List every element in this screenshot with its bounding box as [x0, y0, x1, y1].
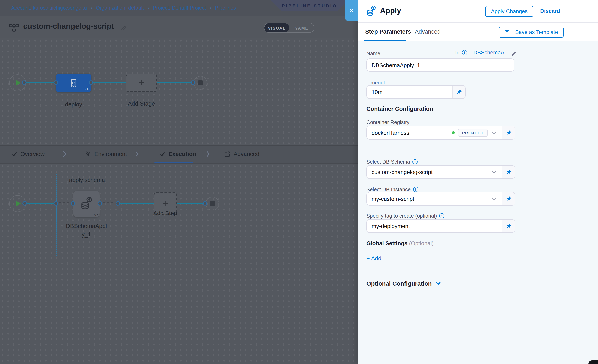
selected-tab-underline [364, 39, 407, 41]
breadcrumb-account[interactable]: Account: kurosakiichigo.songoku [11, 5, 87, 11]
breadcrumb: Account: kurosakiichigo.songoku › Organi… [11, 5, 236, 11]
pipeline-graph-icon [9, 22, 19, 33]
tag-label: Specify tag to create (optional) i [366, 213, 445, 219]
info-icon[interactable]: i [462, 50, 467, 55]
play-icon [16, 80, 21, 86]
timeout-label: Timeout [366, 80, 385, 86]
check-icon [160, 152, 165, 156]
id-separator: : [470, 50, 471, 56]
chevron-right-icon [206, 151, 210, 159]
db-schema-select[interactable]: custom-changelog-script [366, 165, 515, 179]
toggle-visual[interactable]: VISUAL [264, 23, 289, 33]
connector-line [177, 203, 203, 204]
step-node-dbschemaapply[interactable]: </> [73, 191, 100, 217]
tab-advanced[interactable]: Advanced [224, 151, 259, 157]
chevron-right-icon [63, 151, 66, 159]
optional-configuration-toggle[interactable]: Optional Configuration [366, 280, 441, 287]
collapse-group-icon[interactable]: − [62, 176, 65, 183]
pin-icon [506, 196, 511, 202]
step-id-row: Id i : DBSchemaA... [455, 50, 517, 56]
pipeline-canvas-region: Account: kurosakiichigo.songoku › Organi… [0, 0, 358, 364]
add-stage-label: Add Stage [120, 100, 163, 107]
connector-line [25, 82, 56, 83]
global-settings-label: Global Settings (Optional) [366, 240, 434, 246]
pin-input-type-button[interactable] [502, 192, 515, 205]
timeout-field[interactable]: 10m [366, 85, 465, 99]
edit-id-icon[interactable] [511, 50, 517, 55]
tab-overview[interactable]: Overview [12, 151, 45, 157]
save-as-template-button[interactable]: Save as Template [499, 27, 564, 38]
pipeline-studio-screen: Account: kurosakiichigo.songoku › Organi… [0, 0, 598, 364]
chevron-right-icon: › [210, 5, 211, 11]
stop-icon [210, 201, 215, 206]
pipeline-title-bar: custom-changelog-script VISUAL YAML [0, 16, 358, 38]
timeout-value: 10m [372, 89, 448, 95]
play-icon [16, 201, 21, 207]
apply-changes-button[interactable]: Apply Changes [485, 6, 533, 17]
add-global-setting-button[interactable]: + Add [366, 255, 382, 262]
db-apply-icon [365, 5, 377, 19]
panel-header: Apply Apply Changes Discard [358, 0, 598, 23]
execution-graph-canvas[interactable] [0, 163, 358, 364]
stop-icon [198, 80, 203, 85]
chevron-down-icon [492, 197, 496, 200]
edit-pipeline-name-icon[interactable] [121, 25, 127, 32]
panel-tabs-bar: Step Parameters Advanced Save as Templat… [358, 23, 598, 41]
connector-dot [22, 80, 26, 85]
close-panel-button[interactable]: ✕ [345, 0, 358, 21]
breadcrumb-project[interactable]: Project: Default Project [153, 5, 206, 11]
step-label: DBSchemaAppl y_1 [60, 222, 112, 239]
custom-stage-icon [69, 78, 79, 88]
info-icon[interactable]: i [413, 187, 418, 192]
pipeline-title: custom-changelog-script [23, 22, 114, 31]
db-instance-select[interactable]: my-custom-script [366, 192, 515, 206]
connector-dashed-line [59, 202, 71, 203]
stage-tabs-bar: Overview Environment Execution [0, 145, 358, 163]
pin-input-type-button[interactable] [452, 86, 465, 98]
info-icon[interactable]: i [440, 213, 445, 218]
pipeline-end-node [194, 76, 207, 90]
chevron-right-icon: › [147, 5, 149, 11]
add-stage-button[interactable]: + [126, 74, 157, 92]
pin-input-type-button[interactable] [502, 165, 515, 178]
pin-icon [506, 169, 511, 175]
section-divider [366, 152, 577, 152]
scope-tag-project: PROJECT [458, 129, 488, 137]
connector-status-dot [452, 131, 455, 134]
connector-dot [98, 201, 102, 206]
container-configuration-heading: Container Configuration [366, 106, 433, 112]
tag-value: my-deployment [372, 223, 497, 229]
discard-button[interactable]: Discard [540, 8, 560, 14]
visual-yaml-toggle: VISUAL YAML [264, 23, 314, 33]
connector-dot [203, 201, 207, 206]
pipeline-studio-badge: PIPELINE STUDIO [270, 0, 349, 11]
code-badge: </> [94, 213, 98, 216]
breadcrumb-organization[interactable]: Organization: default [96, 5, 144, 11]
toggle-yaml[interactable]: YAML [289, 23, 314, 33]
name-input[interactable] [366, 58, 515, 72]
tab-step-parameters[interactable]: Step Parameters [365, 28, 411, 35]
stage-node-deploy[interactable]: </> [56, 74, 91, 92]
tab-panel-advanced[interactable]: Advanced [415, 28, 440, 35]
section-divider [366, 272, 577, 272]
chevron-down-icon [436, 281, 441, 285]
db-schema-value: custom-changelog-script [372, 169, 488, 175]
tab-execution[interactable]: Execution [160, 151, 196, 157]
corner-overlay-sliver [588, 360, 598, 364]
tab-environment[interactable]: Environment [85, 151, 127, 157]
pin-input-type-button[interactable] [502, 220, 515, 232]
container-registry-field[interactable]: dockerHarness PROJECT [366, 126, 515, 140]
panel-title: Apply [380, 6, 401, 15]
check-icon [12, 152, 17, 156]
container-registry-value: dockerHarness [372, 129, 449, 136]
tag-field[interactable]: my-deployment [366, 219, 515, 233]
breadcrumb-pipelines[interactable]: Pipelines [215, 5, 236, 11]
connector-line [120, 203, 154, 204]
chevron-down-icon[interactable] [492, 131, 496, 134]
pin-input-type-button[interactable] [502, 126, 515, 139]
pin-icon [506, 130, 511, 135]
connector-line [157, 82, 191, 83]
info-icon[interactable]: i [412, 159, 418, 164]
stage-label-deploy: deploy [56, 101, 91, 108]
stage-graph-canvas[interactable] [0, 38, 358, 145]
